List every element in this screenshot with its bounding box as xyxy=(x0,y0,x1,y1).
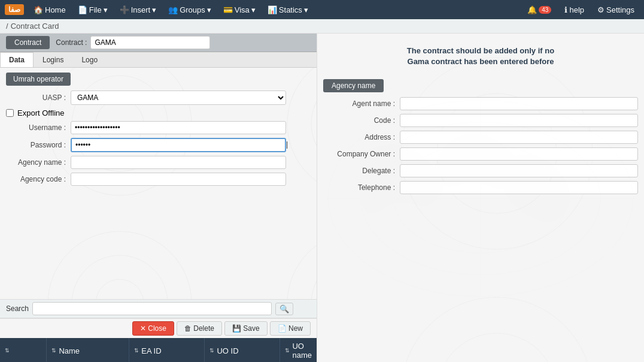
company-owner-input[interactable] xyxy=(400,147,638,161)
agency-name-input[interactable] xyxy=(71,156,286,169)
left-panel: Contract Contract : Data Logins Logo Umr… xyxy=(0,34,317,362)
address-label: Address : xyxy=(323,133,395,141)
agency-name-button[interactable]: Agency name xyxy=(323,79,384,92)
bottom-bar: Search 🔍 ✕ Close 🗑 Delete 💾 Save 📄 New ⇅ xyxy=(0,299,317,362)
help-button[interactable]: ℹ help xyxy=(560,3,589,17)
agency-code-input[interactable] xyxy=(71,173,286,186)
bell-icon: 🔔 xyxy=(527,5,537,14)
address-row: Address : xyxy=(323,131,638,144)
agency-code-row: Agency code : xyxy=(6,173,311,186)
tab-logo[interactable]: Logo xyxy=(72,52,107,67)
tabs-row: Data Logins Logo xyxy=(0,52,317,68)
agent-name-input[interactable] xyxy=(400,97,638,110)
contract-field-row: Contract : xyxy=(56,36,210,49)
delegate-input[interactable] xyxy=(400,164,638,177)
th-index[interactable]: ⇅ xyxy=(0,338,47,362)
uasp-row: UASP : GAMA xyxy=(6,90,311,105)
umrah-section: Umrah operator UASP : GAMA Export Offlin… xyxy=(0,68,317,194)
company-owner-label: Company Owner : xyxy=(323,150,395,158)
visa-icon: 💳 xyxy=(223,5,233,14)
export-offline-checkbox[interactable] xyxy=(6,109,14,117)
th-uo-id[interactable]: ⇅ UO ID xyxy=(205,338,280,362)
password-label: Password : xyxy=(6,141,66,149)
company-owner-row: Company Owner : xyxy=(323,147,638,161)
contract-header: Contract Contract : xyxy=(0,34,317,52)
chevron-down-icon: ▾ xyxy=(207,5,211,14)
action-buttons-row: ✕ Close 🗑 Delete 💾 Save 📄 New xyxy=(0,318,317,338)
agency-name-section: Agency name Agent name : Code : Address … xyxy=(323,79,638,194)
sort-arrows: ⇅ xyxy=(285,348,290,354)
breadcrumb-separator: / xyxy=(6,22,8,31)
contract-input[interactable] xyxy=(90,36,210,49)
tab-logins[interactable]: Logins xyxy=(34,52,72,67)
nav-groups[interactable]: 👥 Groups ▾ xyxy=(163,3,216,17)
nav-statics[interactable]: 📊 Statics ▾ xyxy=(263,3,313,17)
export-offline-label: Export Offline xyxy=(17,108,65,117)
settings-button[interactable]: ⚙ Settings xyxy=(593,3,639,17)
username-label: Username : xyxy=(6,123,66,132)
search-label: Search xyxy=(6,304,29,313)
nav-insert[interactable]: ➕ Insert ▾ xyxy=(115,3,162,17)
agency-name-label: Agency name : xyxy=(6,158,66,167)
table-header: ⇅ ⇅ Name ⇅ EA ID ⇅ UO ID ⇅ xyxy=(0,338,317,362)
info-icon: ℹ xyxy=(564,5,567,14)
chevron-down-icon: ▾ xyxy=(251,5,256,14)
agency-code-label: Agency code : xyxy=(6,175,66,183)
address-input[interactable] xyxy=(400,131,638,144)
search-row: Search 🔍 xyxy=(0,299,317,318)
delete-button[interactable]: 🗑 Delete xyxy=(177,321,222,336)
uasp-select[interactable]: GAMA xyxy=(71,90,286,105)
telephone-input[interactable] xyxy=(400,181,638,194)
sort-arrows: ⇅ xyxy=(209,348,214,354)
new-button[interactable]: 📄 New xyxy=(270,321,311,336)
search-input[interactable] xyxy=(32,302,272,315)
notification-bell[interactable]: 🔔 43 xyxy=(523,3,556,17)
statics-icon: 📊 xyxy=(268,5,277,14)
breadcrumb-page: Contract Card xyxy=(11,22,59,31)
password-row: Password : xyxy=(6,138,311,152)
agency-name-row: Agency name : xyxy=(6,156,311,169)
contract-label: Contract : xyxy=(56,38,87,47)
code-input[interactable] xyxy=(400,114,638,127)
agent-name-row: Agent name : xyxy=(323,97,638,110)
search-button[interactable]: 🔍 xyxy=(275,303,293,315)
chevron-down-icon: ▾ xyxy=(152,5,156,14)
chevron-down-icon: ▾ xyxy=(104,5,108,14)
nav-visa[interactable]: 💳 Visa ▾ xyxy=(218,3,260,17)
sort-arrows: ⇅ xyxy=(51,348,56,354)
contract-button[interactable]: Contract xyxy=(6,36,50,49)
main-container: Contract Contract : Data Logins Logo Umr… xyxy=(0,34,644,362)
umrah-operator-button[interactable]: Umrah operator xyxy=(6,73,71,86)
gear-icon: ⚙ xyxy=(597,5,604,14)
app-logo: صفا xyxy=(5,4,24,15)
th-name[interactable]: ⇅ Name xyxy=(47,338,129,362)
breadcrumb: / Contract Card xyxy=(0,19,644,34)
nav-home[interactable]: 🏠 Home xyxy=(29,3,71,17)
insert-icon: ➕ xyxy=(120,5,129,14)
table-container: ⇅ ⇅ Name ⇅ EA ID ⇅ UO ID ⇅ xyxy=(0,338,317,362)
right-panel: The contract should be added only if no … xyxy=(317,34,644,362)
delegate-row: Delegate : xyxy=(323,164,638,177)
chevron-down-icon: ▾ xyxy=(304,5,308,14)
text-cursor xyxy=(287,141,287,149)
search-icon: 🔍 xyxy=(280,304,289,313)
agent-name-label: Agent name : xyxy=(323,99,395,108)
tab-data[interactable]: Data xyxy=(0,52,34,67)
code-label: Code : xyxy=(323,116,395,125)
username-input[interactable] xyxy=(71,121,286,134)
th-ea-id[interactable]: ⇅ EA ID xyxy=(129,338,205,362)
contract-notice: The contract should be added only if no … xyxy=(323,46,638,67)
password-input[interactable] xyxy=(71,138,286,152)
export-offline-row: Export Offline xyxy=(6,108,311,117)
th-uo-name[interactable]: ⇅ UO name xyxy=(280,338,317,362)
groups-icon: 👥 xyxy=(168,5,178,14)
telephone-label: Telephone : xyxy=(323,183,395,192)
close-button[interactable]: ✕ Close xyxy=(132,321,174,336)
sort-arrows: ⇅ xyxy=(5,348,10,354)
save-button[interactable]: 💾 Save xyxy=(224,321,268,336)
delegate-label: Delegate : xyxy=(323,167,395,175)
nav-file[interactable]: 📄 File ▾ xyxy=(73,3,113,17)
nav-right: 🔔 43 ℹ help ⚙ Settings xyxy=(523,3,639,17)
telephone-row: Telephone : xyxy=(323,181,638,194)
uasp-label: UASP : xyxy=(6,93,66,102)
